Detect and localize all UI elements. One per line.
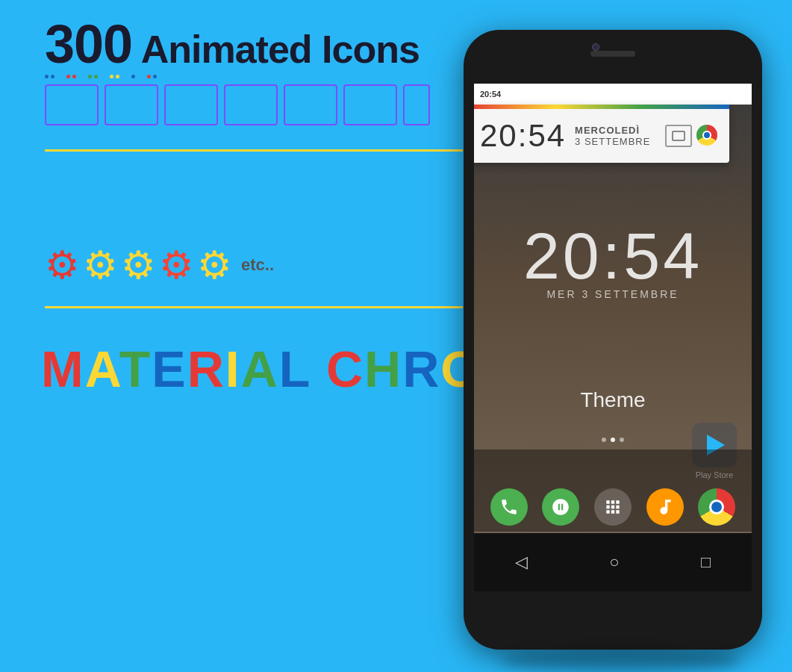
- lock-time: 20:54: [474, 218, 752, 294]
- dot: [131, 75, 135, 78]
- dot: [110, 75, 113, 78]
- dock-hangouts-icon: [542, 488, 579, 526]
- phone-camera: [592, 43, 599, 51]
- dock-apps-icon: [594, 488, 632, 526]
- navigation-bar: ◁ ○ □: [474, 533, 752, 591]
- notification-day: MERCOLEDÌ: [575, 125, 640, 136]
- dot-group-3: [88, 75, 98, 78]
- icon-box-partial: [403, 84, 430, 125]
- svg-rect-0: [673, 131, 685, 140]
- phone-speaker: [590, 51, 635, 57]
- dock-chrome-inner: [709, 500, 724, 514]
- letter-H: H: [364, 340, 402, 397]
- dock-music-icon: [646, 488, 684, 526]
- home-button[interactable]: ○: [609, 553, 619, 572]
- icon-placeholders-section: [45, 75, 430, 125]
- phone-theme-text: Theme: [580, 388, 645, 412]
- dock-chrome-icon: [698, 488, 735, 526]
- lockscreen-time-display: 20:54 MER 3 SETTEMBRE: [474, 218, 752, 300]
- dot-group-4: [110, 75, 119, 78]
- phone-screen: 20:54 20:54 MERCOLEDÌ 3 SETTEMBRE: [474, 84, 752, 591]
- header-subtitle: Animated Icons: [141, 28, 420, 71]
- notification-date-block: MERCOLEDÌ 3 SETTEMBRE: [575, 125, 650, 147]
- letter-T: T: [119, 340, 152, 397]
- underline-gears: [45, 306, 463, 308]
- notification-date: 3 SETTEMBRE: [575, 136, 650, 147]
- dot: [88, 75, 92, 78]
- letter-A2: A: [241, 340, 279, 397]
- dock-phone-icon: [490, 488, 528, 526]
- lock-date: MER 3 SETTEMBRE: [474, 288, 752, 300]
- letter-R: R: [187, 340, 225, 397]
- dot-group-1: [45, 75, 54, 78]
- gear-icon-3: ⚙: [121, 243, 156, 287]
- icon-box: [105, 84, 158, 125]
- dot-group-6: [147, 75, 157, 78]
- icon-box: [343, 84, 397, 125]
- dot: [147, 75, 151, 78]
- gear-icons-row: ⚙ ⚙ ⚙ ⚙ ⚙ etc..: [45, 243, 274, 287]
- icon-box: [164, 84, 218, 125]
- letter-E: E: [152, 340, 187, 397]
- recent-button[interactable]: □: [701, 553, 711, 572]
- chrome-notification-icon: [696, 125, 717, 146]
- letter-A: A: [85, 340, 119, 397]
- letter-R2: R: [402, 340, 440, 397]
- chrome-inner-circle: [702, 131, 711, 140]
- dot-group-5: [131, 75, 135, 78]
- icon-dots-row: [45, 75, 430, 78]
- underline-top: [45, 149, 463, 152]
- recent-apps-icon: [665, 125, 692, 147]
- gear-icon-4: ⚙: [159, 243, 194, 287]
- phone-container: 20:54 20:54 MERCOLEDÌ 3 SETTEMBRE: [464, 30, 777, 657]
- header-number: 300: [45, 14, 132, 74]
- dot: [66, 75, 70, 78]
- gear-icon-5: ⚙: [197, 243, 232, 287]
- dot: [45, 75, 49, 78]
- letter-C: C: [326, 340, 364, 397]
- letter-M: M: [41, 340, 85, 397]
- dot: [116, 75, 119, 78]
- letter-L: L: [279, 340, 311, 397]
- letter-I: I: [225, 340, 241, 397]
- lock-dot: [620, 438, 624, 442]
- back-button[interactable]: ◁: [515, 553, 528, 572]
- icon-boxes-row: [45, 84, 430, 125]
- dot: [153, 75, 157, 78]
- phone-body: 20:54 20:54 MERCOLEDÌ 3 SETTEMBRE: [464, 30, 762, 650]
- gear-icon-2: ⚙: [83, 243, 118, 287]
- dot: [51, 75, 54, 78]
- phone-shadow: [501, 650, 740, 672]
- dot: [94, 75, 98, 78]
- notification-content: 20:54 MERCOLEDÌ 3 SETTEMBRE: [474, 109, 729, 163]
- status-bar-time: 20:54: [480, 90, 501, 99]
- notification-dropdown: 20:54 MERCOLEDÌ 3 SETTEMBRE: [474, 105, 729, 163]
- notification-icons: [665, 125, 717, 147]
- icon-box: [224, 84, 278, 125]
- notification-time-display: 20:54: [480, 118, 566, 154]
- etc-label-gears: etc..: [241, 255, 274, 275]
- header-title: 300 Animated Icons: [45, 13, 420, 75]
- lock-dot: [602, 438, 606, 442]
- icon-box: [45, 84, 99, 125]
- dot-group-2: [66, 75, 76, 78]
- dot: [72, 75, 76, 78]
- gear-icon-1: ⚙: [45, 243, 80, 287]
- icon-box: [284, 84, 337, 125]
- lock-dot-active: [611, 438, 615, 442]
- notification-bar: 20:54: [474, 84, 752, 105]
- dock-icons-row: [474, 488, 752, 526]
